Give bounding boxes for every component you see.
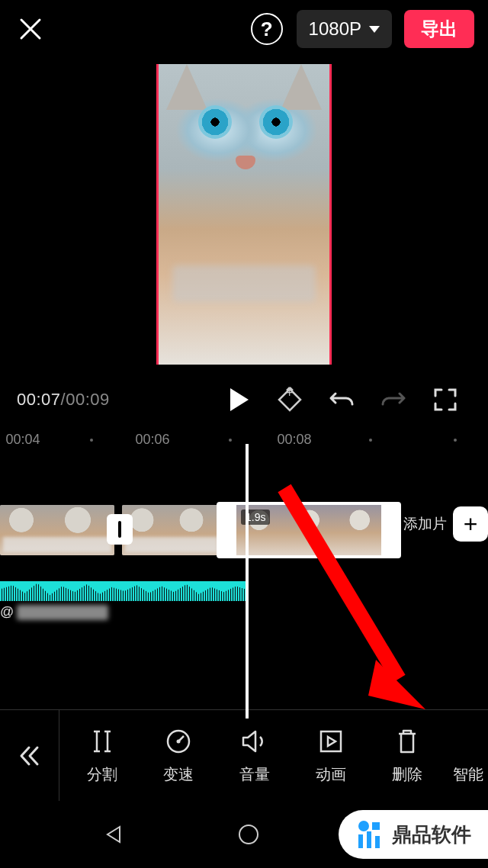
close-icon bbox=[19, 18, 42, 40]
playback-time: 00:07/00:09 bbox=[17, 390, 110, 410]
brand-text: 鼎品软件 bbox=[392, 821, 471, 848]
circle-icon bbox=[237, 823, 260, 846]
keyframe-icon: + bbox=[276, 386, 303, 413]
add-clip-label: 添加片 bbox=[403, 514, 447, 534]
video-preview[interactable] bbox=[156, 64, 332, 365]
brand-logo-icon bbox=[354, 819, 384, 850]
ruler-dot bbox=[229, 439, 232, 442]
tool-label: 动画 bbox=[316, 764, 346, 785]
ruler-tick: 00:08 bbox=[277, 432, 311, 448]
close-button[interactable] bbox=[14, 12, 47, 46]
delete-icon bbox=[392, 726, 422, 757]
timeline[interactable]: 1.9s 添加片 + @ bbox=[0, 459, 488, 719]
chevron-down-icon bbox=[369, 26, 380, 33]
ruler-tick: 00:06 bbox=[135, 432, 169, 448]
tool-smart[interactable]: 智能 bbox=[445, 726, 488, 785]
audio-author-blurred bbox=[17, 605, 108, 620]
svg-rect-6 bbox=[321, 731, 341, 751]
resolution-value: 1080P bbox=[309, 18, 361, 40]
animation-icon bbox=[316, 726, 346, 757]
trim-handle-right[interactable] bbox=[381, 505, 398, 555]
tool-speed[interactable]: 变速 bbox=[140, 726, 217, 785]
svg-point-7 bbox=[239, 825, 258, 844]
svg-point-5 bbox=[177, 740, 181, 744]
play-button[interactable] bbox=[220, 381, 256, 418]
resolution-selector[interactable]: 1080P bbox=[297, 10, 392, 48]
tool-volume[interactable]: 音量 bbox=[217, 726, 293, 785]
timeline-ruler[interactable]: 00:04 00:06 00:08 bbox=[0, 432, 488, 453]
brand-watermark: 鼎品软件 bbox=[339, 810, 488, 859]
total-time: 00:09 bbox=[66, 390, 110, 409]
triangle-left-icon bbox=[103, 824, 124, 845]
smart-icon bbox=[453, 726, 483, 757]
redo-button bbox=[375, 381, 412, 418]
trim-handle-left[interactable] bbox=[220, 505, 236, 555]
collapse-toolbar-button[interactable] bbox=[0, 710, 59, 801]
nav-back-button[interactable] bbox=[97, 818, 130, 851]
tool-label: 音量 bbox=[239, 764, 270, 785]
video-clip[interactable] bbox=[122, 505, 221, 555]
audio-track[interactable]: @ bbox=[0, 581, 247, 621]
keyframe-button[interactable]: + bbox=[271, 381, 308, 418]
ruler-tick: 00:04 bbox=[5, 432, 40, 448]
audio-waveform bbox=[0, 581, 249, 601]
speed-icon bbox=[163, 726, 194, 757]
tool-label: 分割 bbox=[87, 764, 117, 785]
plus-icon: + bbox=[464, 512, 478, 536]
volume-icon bbox=[239, 726, 270, 757]
fullscreen-icon bbox=[433, 387, 458, 412]
tool-split[interactable]: 分割 bbox=[64, 726, 140, 785]
export-label: 导出 bbox=[421, 17, 458, 41]
ruler-dot bbox=[90, 439, 93, 442]
undo-icon bbox=[328, 386, 355, 413]
tool-delete[interactable]: 删除 bbox=[369, 726, 445, 785]
play-icon bbox=[230, 388, 249, 411]
video-clip[interactable] bbox=[0, 505, 114, 555]
split-icon bbox=[87, 726, 117, 757]
nav-home-button[interactable] bbox=[232, 818, 265, 851]
redo-icon bbox=[380, 386, 407, 413]
selected-clip[interactable]: 1.9s bbox=[217, 502, 401, 558]
fullscreen-button[interactable] bbox=[427, 381, 464, 418]
undo-button[interactable] bbox=[323, 381, 360, 418]
tool-label: 变速 bbox=[163, 764, 194, 785]
ruler-dot bbox=[454, 439, 457, 442]
chevron-double-left-icon bbox=[18, 744, 41, 767]
svg-text:+: + bbox=[286, 386, 293, 399]
ruler-dot bbox=[369, 439, 372, 442]
tool-animation[interactable]: 动画 bbox=[293, 726, 369, 785]
add-clip-button[interactable]: + bbox=[453, 506, 488, 542]
help-button[interactable]: ? bbox=[251, 13, 283, 45]
current-time: 00:07 bbox=[17, 390, 61, 409]
tool-label: 删除 bbox=[392, 764, 422, 785]
tool-label: 智能 bbox=[453, 764, 483, 785]
help-icon: ? bbox=[261, 18, 273, 41]
audio-author-prefix: @ bbox=[0, 604, 14, 620]
transition-button[interactable] bbox=[107, 514, 133, 545]
export-button[interactable]: 导出 bbox=[404, 10, 474, 48]
playhead[interactable] bbox=[246, 444, 249, 719]
